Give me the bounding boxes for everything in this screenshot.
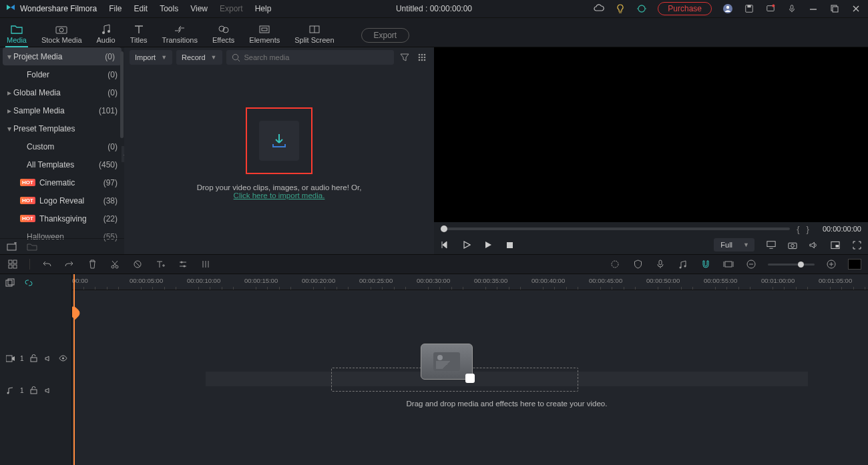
tab-effects[interactable]: Effects (212, 24, 234, 47)
mic-icon[interactable] (787, 3, 797, 14)
cloud-icon[interactable] (594, 3, 604, 14)
menu-view[interactable]: View (190, 4, 208, 13)
idea-icon[interactable] (615, 3, 626, 14)
zoom-in-icon[interactable] (825, 258, 837, 270)
svg-point-54 (184, 266, 186, 268)
search-input-wrap[interactable] (226, 50, 395, 65)
tab-audio[interactable]: Audio (97, 24, 116, 47)
timeline-tracks[interactable]: 00:0000:00:05:0000:00:10:0000:00:15:0000… (72, 274, 868, 465)
sidebar-item-label: Preset Templates (13, 124, 75, 133)
sidebar-scrollbar[interactable] (120, 51, 124, 138)
mark-out-button[interactable]: } (807, 224, 809, 234)
voiceover-icon[interactable] (654, 258, 666, 270)
tab-transitions[interactable]: Transitions (162, 24, 198, 47)
ruler-tick: 00:00:50:00 (646, 277, 680, 284)
preview-canvas[interactable] (434, 47, 868, 222)
ruler-tick: 00:00:55:00 (704, 277, 737, 284)
record-dropdown[interactable]: Record▼ (176, 50, 222, 65)
fullscreen-icon[interactable] (852, 240, 861, 250)
sidebar-item-preset-templates[interactable]: ▾Preset Templates (0, 119, 124, 137)
stop-button[interactable] (505, 240, 514, 250)
play-button[interactable] (462, 240, 471, 250)
support-icon[interactable] (636, 3, 647, 14)
next-frame-button[interactable] (483, 240, 493, 250)
magnetic-icon[interactable] (700, 258, 712, 270)
export-button[interactable]: Export (361, 28, 410, 43)
link-tracks-icon[interactable] (24, 278, 33, 288)
svg-rect-45 (9, 265, 12, 268)
timeline-drop-hint: Drag and drop media and effects here to … (206, 400, 808, 408)
tab-split-screen[interactable]: Split Screen (294, 24, 334, 47)
sidebar-item-thanksgiving[interactable]: HOTThanksgiving(22) (0, 209, 124, 227)
window-close-icon[interactable] (851, 3, 861, 14)
sidebar-item-logo-reveal[interactable]: HOTLogo Reveal(38) (0, 191, 124, 209)
cut-icon[interactable] (109, 258, 121, 270)
audio-mixer-icon[interactable] (677, 258, 689, 270)
sidebar-item-folder[interactable]: Folder(0) (0, 65, 124, 83)
mute-icon[interactable] (44, 386, 53, 395)
import-drop-box[interactable] (246, 107, 312, 174)
keyframe-icon[interactable] (200, 258, 212, 270)
playhead[interactable] (73, 274, 75, 465)
menu-edit[interactable]: Edit (134, 4, 148, 13)
tab-titles[interactable]: Titles (130, 24, 148, 47)
delete-icon[interactable] (86, 258, 98, 270)
import-dropdown[interactable]: Import▼ (130, 50, 172, 65)
notification-icon[interactable] (765, 3, 776, 14)
window-maximize-icon[interactable] (829, 3, 840, 14)
svg-rect-62 (725, 262, 732, 267)
snapshot-icon[interactable] (788, 240, 797, 250)
menu-file[interactable]: File (109, 4, 122, 13)
menu-help[interactable]: Help (255, 4, 272, 13)
sidebar-item-custom[interactable]: Custom(0) (0, 137, 124, 155)
volume-icon[interactable] (809, 240, 819, 250)
new-bin-icon[interactable] (7, 242, 17, 252)
crop-icon[interactable] (132, 258, 144, 270)
lock-icon[interactable] (29, 386, 39, 395)
playback-slider[interactable] (441, 227, 790, 230)
tab-effects-label: Effects (212, 36, 234, 44)
import-media-link[interactable]: Click here to import media. (234, 191, 325, 199)
marker-icon[interactable] (609, 258, 621, 270)
filter-icon[interactable] (398, 51, 411, 64)
drag-media-card[interactable] (421, 344, 473, 380)
tab-stock-media[interactable]: Stock Media (41, 24, 82, 47)
shield-icon[interactable] (632, 258, 644, 270)
svg-point-60 (680, 267, 682, 269)
window-minimize-icon[interactable] (808, 3, 819, 14)
menu-tools[interactable]: Tools (160, 4, 178, 13)
svg-rect-11 (833, 7, 838, 12)
text-add-icon[interactable] (154, 258, 166, 270)
tab-media[interactable]: Media (7, 24, 27, 47)
prev-frame-button[interactable] (441, 240, 450, 250)
tab-elements[interactable]: Elements (249, 24, 280, 47)
timeline-color-button[interactable] (848, 259, 861, 270)
save-icon[interactable] (744, 3, 754, 14)
sidebar-item-all-templates[interactable]: All Templates(450) (0, 155, 124, 173)
undo-icon[interactable] (41, 258, 53, 270)
sidebar-item-project-media[interactable]: ▾Project Media(0) (3, 47, 122, 65)
search-input[interactable] (244, 53, 389, 61)
mute-icon[interactable] (44, 354, 53, 363)
copy-tracks-icon[interactable] (5, 278, 15, 288)
lock-icon[interactable] (29, 354, 39, 363)
grid-view-icon[interactable] (415, 51, 429, 64)
sidebar-item-sample-media[interactable]: ▸Sample Media(101) (0, 101, 124, 119)
quality-dropdown[interactable]: Full▼ (714, 238, 754, 252)
account-icon[interactable] (722, 3, 733, 14)
sidebar-item-cinematic[interactable]: HOTCinematic(97) (0, 173, 124, 191)
new-folder-icon[interactable] (27, 242, 37, 252)
sidebar-item-global-media[interactable]: ▸Global Media(0) (0, 83, 124, 101)
pip-icon[interactable] (831, 240, 840, 250)
display-icon[interactable] (767, 240, 776, 250)
purchase-button[interactable]: Purchase (658, 2, 712, 15)
mark-in-button[interactable]: { (797, 224, 799, 234)
eye-icon[interactable] (59, 354, 68, 363)
zoom-slider[interactable] (768, 264, 815, 266)
timeline-ruler[interactable]: 00:0000:00:05:0000:00:10:0000:00:15:0000… (72, 274, 868, 290)
redo-icon[interactable] (63, 258, 75, 270)
range-icon[interactable] (722, 258, 734, 270)
zoom-out-icon[interactable] (745, 258, 757, 270)
timeline-layout-icon[interactable] (7, 258, 19, 270)
adjust-icon[interactable] (177, 258, 189, 270)
